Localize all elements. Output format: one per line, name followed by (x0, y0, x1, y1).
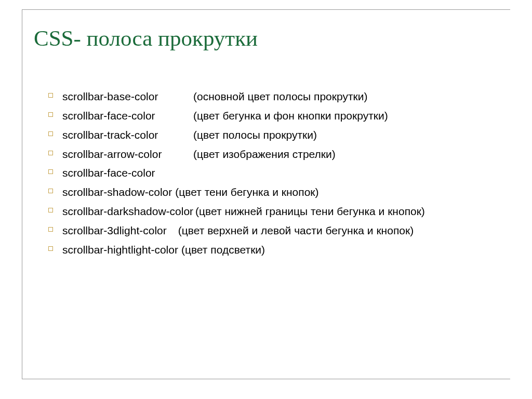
property-name: scrollbar-face-color (62, 109, 193, 123)
property-desc: (цвет полосы прокрутки) (193, 128, 317, 142)
bullet-icon (48, 131, 53, 136)
property-name: scrollbar-track-color (62, 128, 193, 142)
property-name: scrollbar-hightlight-color (62, 243, 178, 257)
property-name: scrollbar-shadow-color (62, 185, 172, 200)
bullet-icon (48, 112, 53, 117)
property-desc: (основной цвет полосы прокрутки) (193, 89, 367, 104)
bullet-icon (48, 169, 53, 174)
property-name: scrollbar-face-color (62, 166, 155, 180)
property-desc: (цвет верхней и левой части бегунка и кн… (178, 223, 414, 238)
list-item: scrollbar-hightlight-color (цвет подсвет… (48, 243, 510, 257)
bullet-icon (48, 227, 53, 232)
list-item: scrollbar-face-color (48, 166, 510, 180)
bullet-icon (48, 246, 53, 251)
list-item: scrollbar-arrow-color (цвет изображения … (48, 147, 510, 162)
list-item: scrollbar-3dlight-color (цвет верхней и … (48, 223, 510, 238)
list-item: scrollbar-track-color (цвет полосы прокр… (48, 128, 510, 142)
bullet-list: scrollbar-base-color (основной цвет поло… (22, 51, 510, 257)
slide-frame: CSS- полоса прокрутки scrollbar-base-col… (22, 9, 510, 379)
property-desc: (цвет подсветки) (181, 243, 265, 257)
property-name: scrollbar-3dlight-color (62, 223, 167, 238)
bullet-icon (48, 93, 53, 98)
bullet-icon (48, 208, 53, 212)
list-item: scrollbar-base-color (основной цвет поло… (48, 89, 510, 104)
list-item: scrollbar-shadow-color (цвет тени бегунк… (48, 185, 510, 200)
property-name: scrollbar-base-color (62, 89, 193, 104)
property-desc: (цвет тени бегунка и кнопок) (175, 185, 318, 200)
list-item: scrollbar-darkshadow-color (цвет нижней … (48, 204, 510, 219)
property-name: scrollbar-arrow-color (62, 147, 193, 162)
bullet-icon (48, 189, 53, 193)
property-name: scrollbar-darkshadow-color (62, 204, 193, 219)
property-desc: (цвет нижней границы тени бегунка и кноп… (195, 204, 425, 219)
property-desc: (цвет бегунка и фон кнопки прокрутки) (193, 109, 388, 123)
slide-title: CSS- полоса прокрутки (22, 10, 510, 51)
property-desc: (цвет изображения стрелки) (193, 147, 336, 162)
bullet-icon (48, 151, 53, 155)
list-item: scrollbar-face-color (цвет бегунка и фон… (48, 109, 510, 123)
